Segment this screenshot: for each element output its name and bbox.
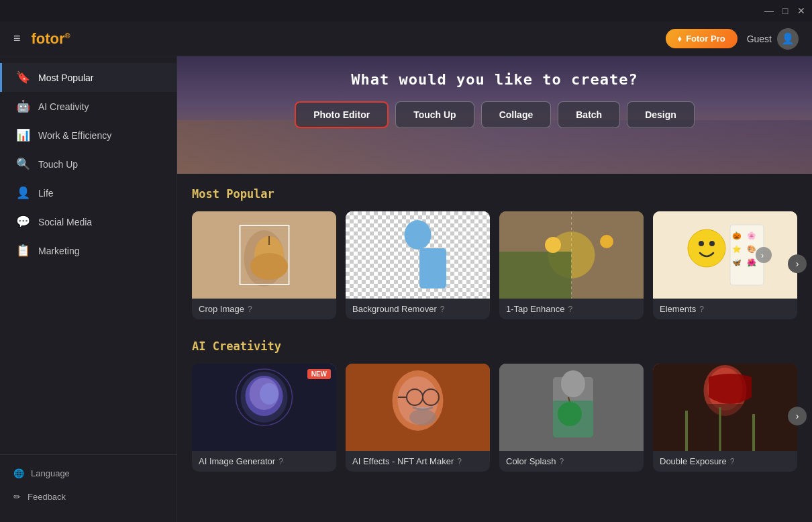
topbar: ≡ fotor® ♦ Fotor Pro Guest 👤	[0, 21, 812, 56]
titlebar-controls: — □ ✕	[764, 5, 807, 16]
tap-enhance-label: 1-Tap Enhance ?	[499, 299, 644, 319]
app-body: 🔖 Most Popular 🤖 AI Creativity 📊 Work & …	[0, 56, 812, 522]
card-double-exposure[interactable]: Double Exposure ?	[653, 364, 797, 472]
pro-button[interactable]: ♦ Fotor Pro	[666, 29, 738, 48]
close-button[interactable]: ✕	[796, 5, 807, 16]
elements-bg: 🎃 🌸 ⭐ 🎨 🦋 🌺 ›	[653, 211, 797, 299]
topbar-left: ≡ fotor®	[13, 30, 70, 48]
hero-btn-touch-up[interactable]: Touch Up	[395, 101, 474, 128]
sidebar-item-touch-up[interactable]: 🔍 Touch Up	[0, 150, 176, 178]
card-color-splash[interactable]: Color Splash ?	[499, 364, 644, 472]
ai-creativity-section: AI Creativity	[177, 326, 812, 478]
crop-image-question: ?	[248, 305, 252, 314]
sidebar-item-work-efficiency[interactable]: 📊 Work & Efficiency	[0, 121, 176, 150]
svg-point-15	[600, 235, 613, 248]
svg-text:🎃: 🎃	[732, 231, 742, 240]
svg-text:🌸: 🌸	[747, 231, 756, 240]
color-splash-thumbnail	[499, 364, 644, 451]
tap-enhance-question: ?	[568, 305, 572, 314]
sidebar-item-social-media[interactable]: 💬 Social Media	[0, 207, 176, 236]
svg-rect-17	[653, 211, 797, 299]
elements-question: ?	[699, 305, 704, 314]
bg-remover-question: ?	[440, 305, 445, 314]
sidebar-item-feedback[interactable]: ✏ Feedback	[0, 485, 176, 509]
hero-btn-batch[interactable]: Batch	[558, 101, 620, 128]
hero-btn-collage[interactable]: Collage	[481, 101, 552, 128]
card-ai-effects-nft[interactable]: AI Effects - NFT Art Maker ?	[346, 364, 490, 472]
card-background-remover[interactable]: Background Remover ?	[346, 211, 490, 319]
ai-creativity-cards: NEW 🔍 Cyberpunk futuristic neon AI Image…	[192, 364, 797, 472]
card-ai-image-generator[interactable]: NEW 🔍 Cyberpunk futuristic neon AI Image…	[192, 364, 336, 472]
bg-remover-label: Background Remover ?	[346, 299, 490, 319]
card-crop-image[interactable]: Crop Image ?	[192, 211, 336, 319]
hero-btn-photo-editor[interactable]: Photo Editor	[295, 101, 389, 128]
sidebar-bottom: 🌐 Language ✏ Feedback	[0, 454, 176, 515]
double-exposure-thumbnail	[653, 364, 797, 451]
hero-btn-design[interactable]: Design	[627, 101, 695, 128]
crop-image-label: Crop Image ?	[192, 299, 336, 319]
topbar-right: ♦ Fotor Pro Guest 👤	[666, 28, 799, 50]
sidebar-item-label: Work & Efficiency	[38, 130, 111, 141]
bookmark-icon: 🔖	[15, 70, 30, 85]
marketing-icon: 📋	[15, 244, 30, 258]
hero-banner: What would you like to create? Photo Edi…	[177, 56, 812, 174]
hero-buttons: Photo Editor Touch Up Collage Batch Desi…	[295, 101, 695, 128]
most-popular-next-button[interactable]: ›	[788, 254, 807, 273]
double-exposure-question: ?	[730, 457, 735, 466]
maximize-button[interactable]: □	[780, 5, 791, 16]
sidebar-item-marketing[interactable]: 📋 Marketing	[0, 236, 176, 265]
sidebar-item-label: Most Popular	[38, 72, 93, 83]
most-popular-title: Most Popular	[192, 187, 797, 201]
hero-bg-decor	[177, 120, 812, 174]
logo-sup: ®	[65, 31, 70, 39]
avatar[interactable]: 👤	[777, 28, 799, 50]
pro-btn-label: Fotor Pro	[686, 34, 725, 44]
svg-text:›: ›	[761, 250, 764, 260]
crop-image-thumbnail	[192, 211, 336, 299]
double-exp-bg	[653, 364, 797, 451]
color-splash-svg	[499, 364, 644, 451]
sidebar-item-label: Marketing	[38, 246, 79, 256]
card-1tap-enhance[interactable]: 1-Tap Enhance ?	[499, 211, 644, 319]
sidebar-item-label: Touch Up	[38, 159, 78, 170]
double-exp-svg	[653, 364, 797, 451]
double-exposure-text: Double Exposure	[660, 456, 727, 466]
crop-card-bg	[192, 211, 336, 299]
guest-area: Guest 👤	[747, 28, 799, 50]
main-content: What would you like to create? Photo Edi…	[177, 56, 812, 522]
new-badge: NEW	[307, 369, 331, 379]
nft-label: AI Effects - NFT Art Maker ?	[346, 451, 490, 472]
hero-title: What would you like to create?	[351, 71, 638, 88]
elements-text: Elements	[660, 304, 696, 314]
sidebar-nav: 🔖 Most Popular 🤖 AI Creativity 📊 Work & …	[0, 63, 176, 454]
crop-image-text: Crop Image	[199, 304, 244, 314]
ai-gen-text: AI Image Generator	[199, 456, 275, 466]
ai-gen-thumbnail: NEW 🔍 Cyberpunk futuristic neon	[192, 364, 336, 451]
bg-remover-text: Background Remover	[352, 304, 437, 314]
card-elements[interactable]: 🎃 🌸 ⭐ 🎨 🦋 🌺 ›	[653, 211, 797, 319]
tap-enhance-text: 1-Tap Enhance	[506, 304, 564, 314]
logo-text: fotor	[32, 30, 65, 47]
svg-point-9	[405, 220, 432, 250]
color-splash-question: ?	[559, 457, 564, 466]
sidebar-item-life[interactable]: 👤 Life	[0, 178, 176, 207]
sidebar-item-language[interactable]: 🌐 Language	[0, 462, 176, 485]
minimize-button[interactable]: —	[764, 5, 774, 16]
logo: fotor®	[32, 30, 70, 48]
svg-point-14	[545, 237, 561, 253]
sidebar-item-most-popular[interactable]: 🔖 Most Popular	[0, 63, 176, 92]
touchup-icon: 🔍	[15, 157, 30, 171]
sidebar-item-label: Life	[38, 188, 54, 199]
language-icon: 🌐	[13, 468, 24, 478]
crop-selection-box	[239, 225, 289, 285]
color-splash-text: Color Splash	[506, 456, 556, 466]
svg-rect-44	[346, 364, 490, 451]
hamburger-icon[interactable]: ≡	[13, 32, 21, 46]
ai-icon: 🤖	[15, 99, 30, 113]
svg-point-47	[561, 370, 585, 397]
titlebar: — □ ✕	[0, 0, 812, 21]
feedback-icon: ✏	[13, 492, 21, 502]
tap-enhance-thumbnail	[499, 211, 644, 299]
ai-creativity-next-button[interactable]: ›	[788, 407, 807, 425]
sidebar-item-ai-creativity[interactable]: 🤖 AI Creativity	[0, 92, 176, 121]
